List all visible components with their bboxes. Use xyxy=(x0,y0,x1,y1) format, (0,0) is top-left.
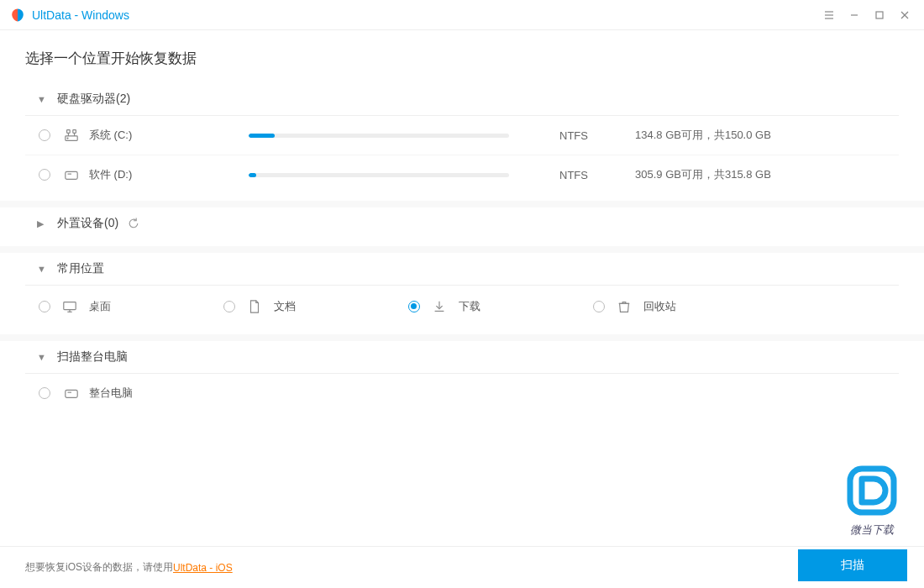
minimize-button[interactable] xyxy=(842,3,867,28)
footer: 想要恢复iOS设备的数据，请使用 UltData - iOS xyxy=(0,546,924,588)
drive-name: 系统 (C:) xyxy=(89,128,249,143)
section-common-label: 常用位置 xyxy=(57,261,104,276)
svg-rect-21 xyxy=(66,390,77,397)
location-downloads[interactable]: 下载 xyxy=(408,299,593,314)
svg-rect-4 xyxy=(876,12,883,18)
titlebar: UltData - Windows xyxy=(0,0,924,30)
drive-row[interactable]: 系统 (C:) NTFS 134.8 GB可用，共150.0 GB xyxy=(25,116,899,155)
location-label: 桌面 xyxy=(89,299,111,314)
app-logo-icon xyxy=(10,8,25,23)
svg-point-8 xyxy=(67,138,68,139)
close-button[interactable] xyxy=(892,3,917,28)
section-common-header[interactable]: ▼ 常用位置 xyxy=(25,253,899,285)
location-label: 回收站 xyxy=(643,299,676,314)
drive-icon xyxy=(64,167,79,182)
drive-space: 305.9 GB可用，共315.8 GB xyxy=(635,167,771,182)
app-title: UltData - Windows xyxy=(32,8,129,22)
section-drives-header[interactable]: ▼ 硬盘驱动器(2) xyxy=(25,83,899,115)
whole-computer-row[interactable]: 整台电脑 xyxy=(25,374,899,412)
section-drives-label: 硬盘驱动器(2) xyxy=(57,92,130,107)
watermark: 微当下载 xyxy=(845,464,899,538)
section-external-label: 外置设备(0) xyxy=(57,216,118,231)
drive-usage-bar xyxy=(249,173,509,177)
drive-radio[interactable] xyxy=(39,129,50,141)
drive-space: 134.8 GB可用，共150.0 GB xyxy=(635,128,771,143)
location-radio[interactable] xyxy=(223,301,235,312)
desktop-icon xyxy=(62,299,77,314)
section-external-header[interactable]: ▶ 外置设备(0) xyxy=(25,207,899,239)
maximize-button[interactable] xyxy=(867,3,892,28)
trash-icon xyxy=(617,299,632,314)
drive-fs: NTFS xyxy=(559,169,635,181)
watermark-text: 微当下载 xyxy=(845,522,899,538)
chevron-down-icon: ▼ xyxy=(37,352,47,362)
svg-rect-9 xyxy=(67,130,71,134)
system-drive-icon xyxy=(64,128,79,143)
location-desktop[interactable]: 桌面 xyxy=(39,299,223,314)
location-radio[interactable] xyxy=(408,301,420,312)
drive-fs: NTFS xyxy=(559,129,635,142)
svg-rect-10 xyxy=(73,130,76,134)
chevron-down-icon: ▼ xyxy=(37,264,47,274)
location-radio[interactable] xyxy=(39,301,50,312)
drive-icon xyxy=(64,386,79,401)
section-whole-label: 扫描整台电脑 xyxy=(57,349,128,365)
section-whole-header[interactable]: ▼ 扫描整台电脑 xyxy=(25,341,899,373)
drive-radio[interactable] xyxy=(39,169,50,181)
whole-radio[interactable] xyxy=(39,387,50,399)
chevron-right-icon: ▶ xyxy=(37,218,47,229)
location-documents[interactable]: 文档 xyxy=(223,299,408,314)
footer-link[interactable]: UltData - iOS xyxy=(173,562,233,574)
svg-rect-13 xyxy=(66,171,77,179)
document-icon xyxy=(247,299,262,314)
svg-rect-15 xyxy=(64,302,76,310)
drive-row[interactable]: 软件 (D:) NTFS 305.9 GB可用，共315.8 GB xyxy=(25,155,899,194)
refresh-icon[interactable] xyxy=(127,217,140,230)
menu-button[interactable] xyxy=(816,3,842,28)
location-recycle[interactable]: 回收站 xyxy=(593,299,778,314)
drive-usage-bar xyxy=(249,134,509,138)
location-label: 文档 xyxy=(274,299,296,314)
location-radio[interactable] xyxy=(593,301,605,312)
download-icon xyxy=(432,299,447,314)
drive-name: 软件 (D:) xyxy=(89,167,249,182)
chevron-down-icon: ▼ xyxy=(37,94,47,104)
whole-label: 整台电脑 xyxy=(89,386,133,401)
scan-button[interactable]: 扫描 xyxy=(798,549,907,581)
footer-text: 想要恢复iOS设备的数据，请使用 xyxy=(25,560,173,575)
page-title: 选择一个位置开始恢复数据 xyxy=(25,49,899,68)
location-label: 下载 xyxy=(459,299,480,314)
